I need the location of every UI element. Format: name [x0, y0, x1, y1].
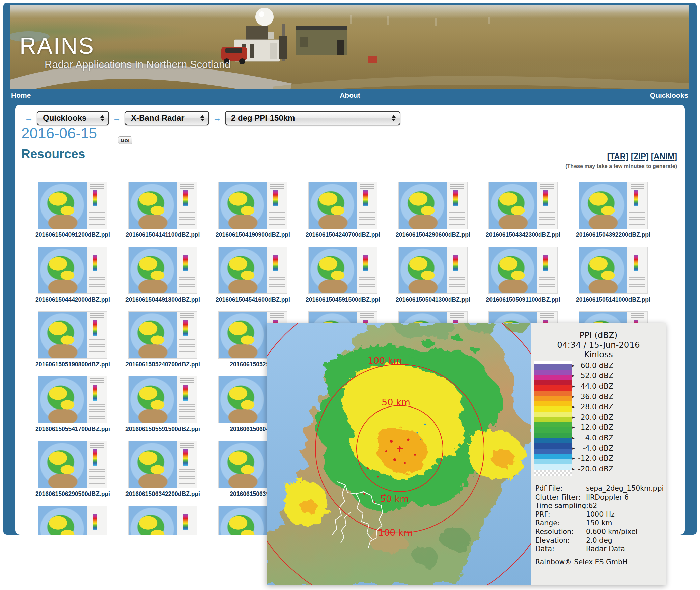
thumbnail-legend-header: [90, 378, 104, 383]
radar-thumbnail[interactable]: [398, 247, 468, 294]
page: { "banner": { "title": "RAINS", "subtitl…: [0, 0, 700, 590]
radar-thumbnail[interactable]: [38, 441, 107, 488]
radar-thumbnail[interactable]: [128, 376, 197, 423]
radar-thumbnail[interactable]: [128, 311, 197, 359]
thumbnail-filename[interactable]: 2016061505041300dBZ.ppi: [396, 296, 470, 303]
metadata-value: 1000 Hz: [586, 510, 615, 519]
thumbnail-filename[interactable]: 2016061504491800dBZ.ppi: [125, 296, 200, 303]
legend-tick-icon: ▸: [572, 394, 575, 399]
legend-tick-icon: ▸: [572, 446, 575, 451]
nav-about-link[interactable]: About: [340, 91, 360, 100]
nav-quicklooks-link[interactable]: Quicklooks: [650, 91, 688, 100]
radar-thumbnail[interactable]: [488, 247, 558, 294]
thumbnail-legend-text: [269, 210, 285, 226]
thumbnail-legend-text: [89, 404, 105, 420]
thumbnail-filename[interactable]: 2016061504190900dBZ.ppi: [216, 231, 290, 238]
date-heading: 2016-06-15: [21, 125, 97, 142]
thumbnail-legend: [177, 376, 197, 423]
dbz-legend-labels: ▸60.0 dBZ▸52.0 dBZ▸44.0 dBZ▸36.0 dBZ▸28.…: [572, 360, 614, 474]
thumbnail-filename[interactable]: 2016061504091200dBZ.ppi: [35, 231, 110, 238]
radar-thumbnail[interactable]: [38, 247, 107, 294]
thumbnail-filename[interactable]: 2016061506290500dBZ.ppi: [35, 490, 110, 498]
go-button[interactable]: Go!: [118, 136, 132, 144]
thumbnail-filename[interactable]: 2016061505190800dBZ.ppi: [35, 361, 110, 368]
radar-thumbnail[interactable]: [579, 182, 648, 229]
thumbnail-colorbar: [363, 190, 368, 206]
tar-link[interactable]: [TAR]: [607, 152, 628, 161]
thumbnail-filename[interactable]: 2016061505240700dBZ.ppi: [125, 361, 200, 368]
thumbnail-cell: 2016061506290500dBZ.ppi: [28, 441, 118, 498]
radar-thumbnail[interactable]: [488, 182, 558, 229]
radar-thumbnail[interactable]: [128, 441, 197, 488]
thumbnail-filename[interactable]: 2016061504442000dBZ.ppi: [35, 296, 110, 303]
radar-thumbnail[interactable]: [579, 247, 648, 294]
metadata-label: Range:: [535, 519, 586, 528]
thumbnail-filename[interactable]: 2016061504342300dBZ.ppi: [486, 231, 560, 238]
thumbnail-filename[interactable]: 2016061504240700dBZ.ppi: [306, 231, 380, 238]
select-arrows-icon: [200, 115, 204, 121]
instrument-select[interactable]: X-Band Radar: [125, 111, 209, 125]
radar-thumbnail[interactable]: [218, 247, 287, 294]
thumbnail-filename[interactable]: 2016061505091100dBZ.ppi: [486, 296, 560, 303]
thumbnail-filename[interactable]: 2016061505591500dBZ.ppi: [125, 426, 200, 433]
metadata-row: Clutter Filter:IIRDoppler 6: [535, 493, 664, 502]
colorbar-segment: [534, 422, 572, 428]
thumbnail-colorbar: [93, 385, 97, 401]
thumbnail-legend: [447, 182, 467, 229]
radar-thumbnail[interactable]: [398, 182, 468, 229]
thumbnail-legend: [177, 441, 197, 488]
thumbnail-map-image: [489, 247, 537, 293]
thumbnail-filename[interactable]: 2016061504591500dBZ.ppi: [306, 296, 380, 303]
radar-thumbnail[interactable]: [38, 311, 107, 359]
radar-thumbnail[interactable]: [38, 506, 107, 535]
thumbnail-legend-text: [89, 210, 105, 226]
banner-photo-art: [10, 5, 689, 89]
thumbnail-filename[interactable]: 2016061505141000dBZ.ppi: [576, 296, 650, 303]
colorbar-segment: [534, 380, 572, 386]
colorbar-transparent-checker: [534, 470, 572, 476]
radar-thumbnail[interactable]: [128, 506, 197, 535]
radar-thumbnail[interactable]: [308, 247, 377, 294]
colorbar-segment: [534, 464, 572, 470]
product-select[interactable]: 2 deg PPI 150km: [225, 111, 400, 125]
site-title: RAINS: [20, 32, 95, 59]
metadata-row: Range:150 km: [535, 519, 664, 528]
radar-thumbnail[interactable]: [308, 182, 377, 229]
ring-label-50km-top: 50 km: [382, 397, 410, 408]
zip-link[interactable]: [ZIP]: [631, 152, 649, 161]
thumbnail-cell: 2016061504442000dBZ.ppi: [28, 247, 118, 303]
thumbnail-filename[interactable]: 2016061504541600dBZ.ppi: [216, 296, 290, 303]
thumbnail-map-image: [38, 506, 87, 535]
thumbnail-filename[interactable]: 2016061504392200dBZ.ppi: [576, 231, 650, 238]
nav-home-link[interactable]: Home: [11, 91, 31, 100]
thumbnail-filename[interactable]: 2016061506342200dBZ.ppi: [125, 490, 200, 498]
thumbnail-filename[interactable]: 2016061504290600dBZ.ppi: [396, 231, 470, 238]
legend-value: -20.0 dBZ: [577, 465, 614, 473]
thumbnail-colorbar: [273, 255, 278, 271]
radar-map-image[interactable]: 100 km 50 km 50 km 100 km: [267, 323, 531, 585]
thumbnail-cell: 2016061505541700dBZ.ppi: [28, 376, 118, 433]
radar-thumbnail[interactable]: [38, 182, 107, 229]
colorbar-segment: [534, 370, 572, 375]
radar-thumbnail[interactable]: [218, 182, 287, 229]
thumbnail-filename[interactable]: 2016061505541700dBZ.ppi: [35, 426, 110, 433]
radome-dome: [255, 8, 274, 26]
thumbnail-cell: [118, 506, 208, 535]
colorbar-segment: [534, 396, 572, 401]
thumbnail-map-image: [38, 376, 87, 423]
anim-link[interactable]: [ANIM]: [651, 152, 677, 161]
thumbnail-filename[interactable]: 2016061504141100dBZ.ppi: [126, 231, 200, 238]
legend-value: 44.0 dBZ: [577, 382, 614, 390]
legend-value: 52.0 dBZ: [577, 371, 614, 380]
thumbnail-cell: 2016061504392200dBZ.ppi: [568, 182, 658, 238]
thumbnail-map-image: [309, 247, 357, 293]
metadata-label: Elevation:: [535, 536, 586, 545]
radar-thumbnail[interactable]: [128, 182, 197, 229]
thumbnail-colorbar: [183, 514, 188, 530]
radar-metadata: Pdf File:sepa_2deg_150km.ppiClutter Filt…: [535, 484, 664, 554]
radar-thumbnail[interactable]: [38, 376, 107, 423]
thumbnail-row: [28, 506, 298, 535]
radar-thumbnail[interactable]: [128, 247, 197, 294]
colorbar-segment: [534, 454, 572, 459]
category-select[interactable]: Quicklooks: [37, 111, 109, 125]
